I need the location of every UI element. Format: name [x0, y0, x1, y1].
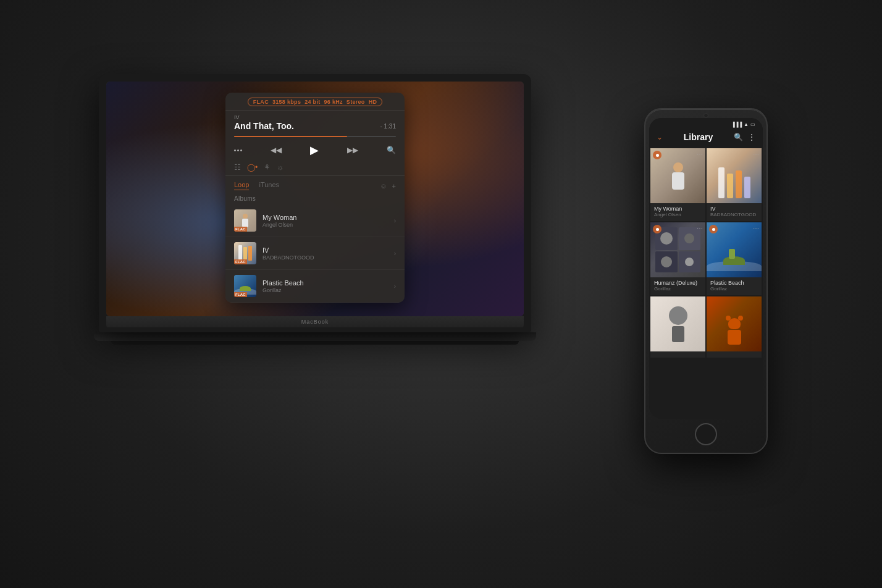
iphone-play-indicator-1 [653, 151, 662, 159]
iphone-album-cell-6[interactable] [707, 296, 762, 358]
tab-loop[interactable]: Loop [234, 181, 249, 190]
badge-flac: FLAC [253, 99, 269, 105]
tab-itunes[interactable]: iTunes [259, 181, 279, 190]
queue-icon[interactable]: ☷ [234, 163, 241, 172]
iphone-album-text-4: Plastic Beach Gorillaz [707, 277, 762, 293]
iphone-search-icon[interactable]: 🔍 [734, 133, 743, 141]
iphone-camera [704, 113, 708, 118]
search-button[interactable]: 🔍 [387, 146, 396, 154]
album-info-1: My Woman Angel Olsen [262, 214, 394, 228]
tab-row: Loop iTunes ☺ + [225, 176, 405, 193]
iphone-album-text-6 [707, 351, 762, 355]
iphone-album-cover-3: ⋯ [650, 222, 705, 277]
iphone-album-text-3: Humanz (Deluxe) Gorillaz [650, 277, 705, 293]
album-name-2: IV [262, 246, 394, 254]
track-time: - 1:31 [380, 123, 396, 130]
tab-list: Loop iTunes [234, 181, 279, 190]
iphone-title: Library [684, 132, 713, 142]
iphone-album-cell-2[interactable]: ⋯ IV BADBADNOTGOOD [707, 148, 762, 221]
podcast-icon[interactable]: ⚘ [264, 163, 271, 172]
iphone-album-text-2: IV BADBADNOTGOOD [707, 203, 762, 219]
player-popup: FLAC 3158 kbps 24 bit 96 kHz Stereo HD I… [225, 93, 405, 303]
iphone-album-cell-1[interactable]: ⋯ My Woman Angel Olsen [650, 148, 705, 221]
iphone-body: ▐▐▐ ▲ ▭ ⌄ Library 🔍 ⋮ [644, 108, 768, 454]
person-button[interactable]: ☺ [380, 182, 387, 190]
iphone-album-text-1: My Woman Angel Olsen [650, 203, 705, 219]
album-thumb-2: FLAC [234, 242, 256, 264]
iphone-album-cell-5[interactable] [650, 296, 705, 358]
flac-badge-1: FLAC [234, 227, 247, 232]
album-row-2[interactable]: FLAC IV BADBADNOTGOOD › [225, 237, 405, 270]
iphone-album-name-2: IV [710, 206, 758, 212]
controls-row: ◀◀ ▶ ▶▶ 🔍 [225, 140, 405, 161]
album-chevron-1: › [394, 217, 396, 224]
macbook-chin: MacBook [106, 316, 524, 327]
iphone-album-cover-4: ⋯ [707, 222, 762, 277]
iphone-status-icons: ▐▐▐ ▲ ▭ [731, 122, 755, 127]
album-name-1: My Woman [262, 214, 394, 221]
badge-outline: FLAC 3158 kbps 24 bit 96 kHz Stereo HD [248, 98, 383, 106]
track-subtitle: IV [234, 114, 396, 120]
progress-bar-container[interactable] [225, 133, 405, 140]
tab-actions: ☺ + [380, 182, 396, 190]
iphone-album-cover-1: ⋯ [650, 148, 705, 203]
radio-icon[interactable]: ◯• [247, 163, 258, 172]
badge-hd: HD [369, 99, 377, 105]
macbook-foot [111, 341, 519, 345]
add-button[interactable]: + [392, 182, 396, 190]
badge-khz: 96 kHz [324, 99, 343, 105]
album-row-3[interactable]: FLAC Plastic Beach Gorillaz › [225, 270, 405, 303]
forward-button[interactable]: ▶▶ [347, 146, 358, 154]
macbook-label: MacBook [301, 319, 329, 325]
macbook-display: FLAC 3158 kbps 24 bit 96 kHz Stereo HD I… [106, 82, 524, 316]
album-artist-1: Angel Olsen [262, 222, 394, 228]
iphone-album-name-4: Plastic Beach [710, 280, 758, 286]
battery-icon: ▭ [750, 122, 755, 127]
iphone-album-cover-2: ⋯ [707, 148, 762, 203]
album-artist-3: Gorillaz [262, 287, 394, 293]
iphone-album-more-1[interactable]: ⋯ [697, 151, 703, 158]
play-button[interactable]: ▶ [310, 143, 319, 157]
iphone-album-cell-4[interactable]: ⋯ Plastic Beach Gorillaz [707, 222, 762, 295]
iphone-album-name-1: My Woman [654, 206, 702, 212]
iphone-album-more-2[interactable]: ⋯ [753, 151, 759, 158]
iphone-album-name-3: Humanz (Deluxe) [654, 280, 702, 286]
signal-icon: ▐▐▐ [731, 122, 742, 127]
album-name-3: Plastic Beach [262, 279, 394, 287]
album-chevron-2: › [394, 250, 396, 257]
album-info-3: Plastic Beach Gorillaz [262, 279, 394, 293]
badge-stereo: Stereo [346, 99, 365, 105]
badge-kbps: 3158 kbps [272, 99, 301, 105]
macbook-base [94, 332, 536, 341]
iphone-album-artist-1: Angel Olsen [654, 212, 702, 217]
iphone-play-indicator-3 [653, 225, 662, 233]
iphone-album-text-5 [650, 351, 705, 355]
track-info: IV And That, Too. - 1:31 [225, 111, 405, 133]
albums-label: Albums [225, 193, 405, 204]
iphone-status-bar: ▐▐▐ ▲ ▭ [649, 118, 763, 130]
iphone-album-artist-4: Gorillaz [710, 286, 758, 292]
rewind-button[interactable]: ◀◀ [271, 146, 282, 154]
macbook-screen: FLAC 3158 kbps 24 bit 96 kHz Stereo HD I… [99, 74, 531, 332]
album-row-1[interactable]: FLAC My Woman Angel Olsen › [225, 204, 405, 237]
audio-badges: FLAC 3158 kbps 24 bit 96 kHz Stereo HD [225, 93, 405, 111]
iphone-header: ⌄ Library 🔍 ⋮ [649, 130, 763, 147]
iphone-album-more-3[interactable]: ⋯ [697, 225, 703, 232]
iphone-header-actions: 🔍 ⋮ [734, 133, 755, 141]
badge-bit: 24 bit [304, 99, 320, 105]
iphone-more-icon[interactable]: ⋮ [748, 133, 755, 141]
iphone-album-artist-3: Gorillaz [654, 286, 702, 292]
options-button[interactable] [234, 149, 242, 151]
flac-badge-3: FLAC [234, 292, 247, 297]
progress-bar[interactable] [234, 136, 396, 137]
soundcloud-icon[interactable]: ☼ [277, 163, 284, 172]
iphone-album-artist-2: BADBADNOTGOOD [710, 212, 758, 217]
iphone-home-button[interactable] [695, 423, 717, 445]
album-chevron-3: › [394, 283, 396, 290]
iphone-back-button[interactable]: ⌄ [657, 133, 663, 141]
iphone-album-grid: ⋯ My Woman Angel Olsen [649, 147, 763, 359]
iphone-album-cover-5 [650, 296, 705, 351]
album-info-2: IV BADBADNOTGOOD [262, 246, 394, 261]
iphone-album-cell-3[interactable]: ⋯ [650, 222, 705, 295]
album-thumb-3: FLAC [234, 275, 256, 297]
